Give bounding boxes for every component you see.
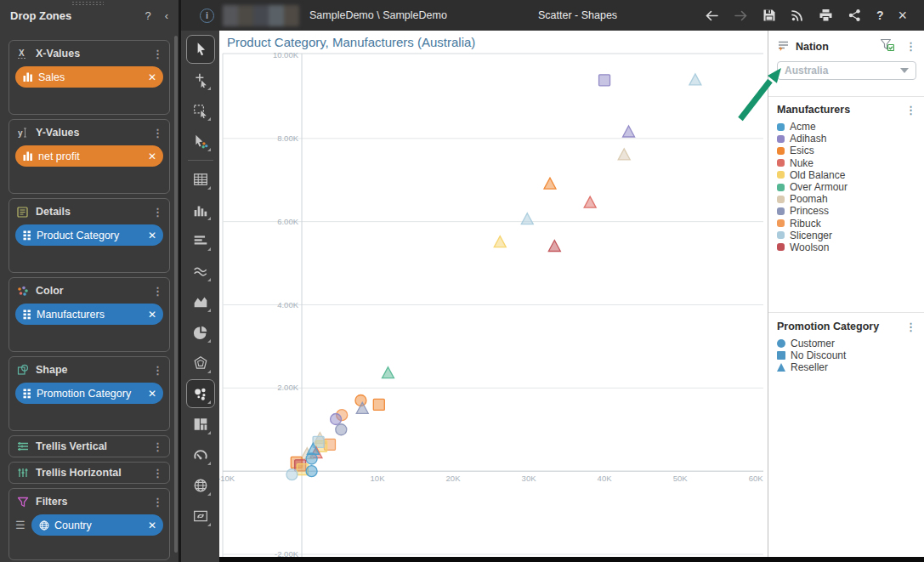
help-icon[interactable]: ? xyxy=(876,9,884,21)
save-icon[interactable] xyxy=(762,9,776,22)
scatter-point[interactable] xyxy=(331,414,342,425)
legend-item[interactable]: Ribuck xyxy=(777,218,916,230)
pill-country[interactable]: Country ✕ xyxy=(31,514,163,536)
scatter-point[interactable] xyxy=(623,126,635,137)
square-swatch-icon xyxy=(777,351,785,360)
scatter-point[interactable] xyxy=(599,75,610,86)
scatter-point[interactable] xyxy=(544,178,556,189)
kebab-menu-icon[interactable]: ⋮ xyxy=(905,105,916,116)
close-icon[interactable]: × xyxy=(898,8,907,23)
live-feed-icon[interactable] xyxy=(791,9,804,22)
scatter-point[interactable] xyxy=(584,196,596,207)
pill-sales[interactable]: Sales ✕ xyxy=(15,66,163,88)
scatter-point[interactable] xyxy=(306,466,317,477)
custom-visual-icon[interactable] xyxy=(186,502,215,531)
legend-item[interactable]: Woolson xyxy=(777,241,916,253)
dropzone-color[interactable]: Color ⋮ Manufacturers ✕ xyxy=(9,277,170,352)
direct-select-tool-icon[interactable] xyxy=(186,65,215,94)
color-dots-icon xyxy=(15,286,30,297)
bar-chart-visual-icon[interactable] xyxy=(186,196,215,224)
scatter-plot[interactable]: 10.00K8.00K6.00K4.00K2.00K-2.00K-10K10K2… xyxy=(219,31,768,557)
legend-item[interactable]: Poomah xyxy=(777,193,916,205)
dropzone-trellis-horizontal[interactable]: Trellis Horizontal ⋮ xyxy=(9,462,170,484)
scatter-point[interactable] xyxy=(494,236,506,247)
scatter-point[interactable] xyxy=(373,399,384,410)
pill-label: Promotion Category xyxy=(37,388,131,400)
nation-dropdown[interactable]: Australia xyxy=(777,61,916,80)
legend-item[interactable]: Customer xyxy=(777,338,916,349)
map-visual-icon[interactable] xyxy=(186,471,215,500)
kebab-menu-icon[interactable]: ⋮ xyxy=(152,207,163,218)
scatter-point[interactable] xyxy=(521,213,533,224)
remove-pill-icon[interactable]: ✕ xyxy=(148,150,156,162)
dropzone-x-values[interactable]: X X-Values ⋮ Sales ✕ xyxy=(9,40,170,115)
dropzone-shape[interactable]: Shape ⋮ Promotion Category ✕ xyxy=(9,356,170,431)
scatter-point[interactable] xyxy=(548,241,560,252)
legend-item[interactable]: Adihash xyxy=(777,133,916,145)
panel-scrollbar[interactable] xyxy=(174,36,178,553)
radar-chart-visual-icon[interactable] xyxy=(186,349,215,378)
color-swatch-icon xyxy=(777,231,785,239)
legend-item[interactable]: Reseller xyxy=(777,361,916,373)
remove-pill-icon[interactable]: ✕ xyxy=(148,519,156,531)
scatter-point[interactable] xyxy=(689,74,701,85)
scatter-point[interactable] xyxy=(286,469,298,480)
kebab-menu-icon[interactable]: ⋮ xyxy=(152,48,163,60)
pill-manufacturers[interactable]: Manufacturers ✕ xyxy=(15,304,163,325)
kebab-menu-icon[interactable]: ⋮ xyxy=(152,128,163,139)
kebab-menu-icon[interactable]: ⋮ xyxy=(152,286,163,297)
legend-label: Customer xyxy=(791,338,835,349)
dropzone-trellis-vertical[interactable]: Trellis Vertical ⋮ xyxy=(9,435,170,457)
scatter-chart-canvas[interactable]: Product Category, Manufacturers (Austral… xyxy=(219,31,768,557)
legend-item[interactable]: Acme xyxy=(777,121,916,133)
filter-sort-icon[interactable]: ☰ xyxy=(15,519,27,531)
dropzone-filters[interactable]: Filters ⋮ ☰ Country ✕ xyxy=(9,488,170,560)
line-chart-visual-icon[interactable] xyxy=(186,257,215,286)
pie-chart-visual-icon[interactable] xyxy=(186,318,215,347)
kebab-menu-icon[interactable]: ⋮ xyxy=(905,41,916,52)
scatter-point[interactable] xyxy=(306,453,317,464)
legend-item[interactable]: Esics xyxy=(777,145,916,156)
gauge-visual-icon[interactable] xyxy=(186,440,215,469)
collapse-panel-icon[interactable]: ‹ xyxy=(165,9,168,22)
remove-pill-icon[interactable]: ✕ xyxy=(148,71,156,83)
info-icon[interactable]: i xyxy=(200,9,214,23)
scatter-point[interactable] xyxy=(618,149,630,160)
select-cursor-tool-icon[interactable] xyxy=(186,35,215,64)
drop-zones-help-icon[interactable]: ? xyxy=(145,9,150,22)
legend-item[interactable]: No Discount xyxy=(777,349,916,361)
share-icon[interactable] xyxy=(847,9,862,22)
scatter-chart-visual-icon[interactable] xyxy=(186,379,215,408)
legend-item[interactable]: Princess xyxy=(777,205,916,217)
kebab-menu-icon[interactable]: ⋮ xyxy=(905,321,916,332)
legend-item[interactable]: Old Balance xyxy=(777,169,916,181)
drag-handle[interactable] xyxy=(71,1,104,5)
legend-item[interactable]: Nuke xyxy=(777,157,916,169)
area-chart-visual-icon[interactable] xyxy=(186,287,215,316)
print-icon[interactable] xyxy=(819,9,833,22)
lasso-select-tool-icon[interactable] xyxy=(186,96,215,125)
kebab-menu-icon[interactable]: ⋮ xyxy=(152,468,163,479)
scatter-point[interactable] xyxy=(382,367,394,378)
kebab-menu-icon[interactable]: ⋮ xyxy=(152,497,163,508)
scatter-point[interactable] xyxy=(336,424,347,435)
remove-pill-icon[interactable]: ✕ xyxy=(148,309,156,321)
table-visual-icon[interactable] xyxy=(186,165,215,194)
treemap-visual-icon[interactable] xyxy=(186,410,215,439)
pill-product-category[interactable]: Product Category ✕ xyxy=(15,224,163,246)
dropzone-details[interactable]: Details ⋮ Product Category ✕ xyxy=(9,198,170,273)
remove-pill-icon[interactable]: ✕ xyxy=(148,388,156,400)
remove-pill-icon[interactable]: ✕ xyxy=(148,230,156,241)
highlight-points-tool-icon[interactable] xyxy=(186,127,215,156)
text-bars-visual-icon[interactable] xyxy=(186,226,215,255)
pill-net-profit[interactable]: net profit ✕ xyxy=(15,145,163,167)
kebab-menu-icon[interactable]: ⋮ xyxy=(152,441,163,452)
dropzone-y-values[interactable]: y Y-Values ⋮ net profit ✕ xyxy=(9,119,170,194)
filter-applied-icon[interactable] xyxy=(880,38,894,54)
forward-button[interactable] xyxy=(734,9,748,22)
legend-item[interactable]: Slicenger xyxy=(777,230,916,241)
legend-item[interactable]: Over Armour xyxy=(777,181,916,193)
pill-promotion-category[interactable]: Promotion Category ✕ xyxy=(15,383,163,404)
back-button[interactable] xyxy=(705,9,719,22)
kebab-menu-icon[interactable]: ⋮ xyxy=(152,365,163,376)
